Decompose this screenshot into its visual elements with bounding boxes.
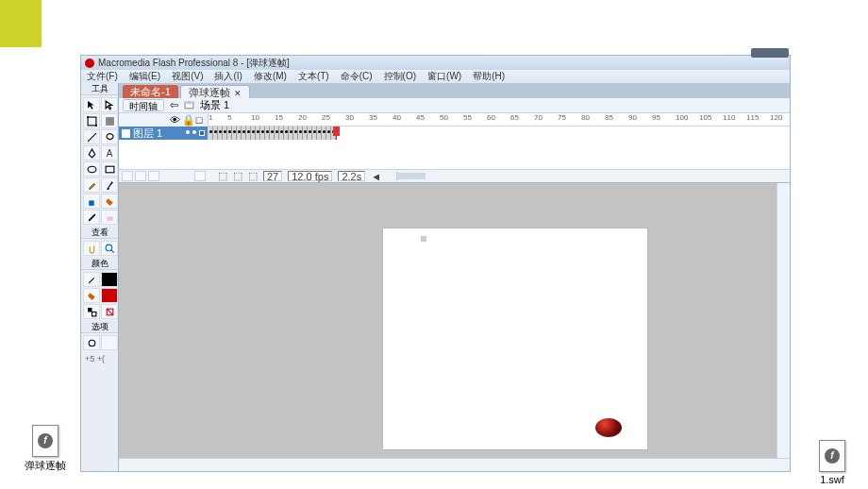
ruler-tick: 35 xyxy=(369,113,377,122)
ruler-tick: 110 xyxy=(723,113,735,122)
svg-rect-6 xyxy=(106,166,114,173)
tool-header-tools: 工具 xyxy=(81,83,118,95)
tool-header-color: 颜色 xyxy=(81,258,118,270)
ruler-tick: 120 xyxy=(770,113,782,122)
onion-outlines-icon[interactable]: ⬚ xyxy=(233,170,242,182)
scene-icon xyxy=(184,100,194,110)
tab-active-doc[interactable]: 弹球逐帧✕ xyxy=(180,85,250,98)
zoom-tool-icon[interactable] xyxy=(101,241,118,256)
oval-tool-icon[interactable] xyxy=(83,161,100,177)
menu-command[interactable]: 命令(C) xyxy=(341,70,373,83)
registration-marker xyxy=(421,236,426,242)
svg-line-4 xyxy=(88,133,96,142)
subselection-tool-icon[interactable] xyxy=(101,97,118,112)
layer-name: 图层 1 xyxy=(133,126,162,141)
layer-page-icon xyxy=(122,129,130,138)
snap-option-icon[interactable] xyxy=(83,335,100,350)
timeline-toggle-button[interactable]: 时间轴 xyxy=(123,99,164,111)
menu-help[interactable]: 帮助(H) xyxy=(473,70,505,83)
stroke-color-icon[interactable] xyxy=(83,272,100,287)
stage-canvas[interactable] xyxy=(383,228,647,449)
free-transform-tool-icon[interactable] xyxy=(83,113,100,128)
document-area: 未命名-1 弹球逐帧✕ 时间轴 ⇦ 场景 1 👁 🔒 □ xyxy=(119,83,790,471)
back-arrow-icon[interactable]: ⇦ xyxy=(170,99,178,111)
pencil-tool-icon[interactable] xyxy=(83,177,100,193)
ball-shape[interactable] xyxy=(595,418,622,437)
selection-tool-icon[interactable] xyxy=(83,97,100,112)
swf-file-icon: f xyxy=(819,440,845,472)
fill-swatch[interactable] xyxy=(101,288,118,303)
title-text: Macromedia Flash Professional 8 - [弹球逐帧] xyxy=(98,57,290,70)
ruler-tick: 50 xyxy=(440,113,448,122)
playhead[interactable] xyxy=(336,126,337,140)
onion-btn-icon[interactable]: ⬚ xyxy=(218,170,227,182)
add-folder-icon[interactable] xyxy=(148,171,159,181)
vertical-scrollbar[interactable] xyxy=(776,183,790,458)
ruler-tick: 60 xyxy=(487,113,495,122)
fps-field[interactable]: 12.0 fps xyxy=(288,171,332,181)
ruler-tick: 30 xyxy=(345,113,354,122)
stroke-swatch[interactable] xyxy=(101,272,118,287)
delete-layer-icon[interactable] xyxy=(194,171,206,181)
layer-row[interactable]: 图层 1 xyxy=(119,126,208,140)
svg-rect-18 xyxy=(185,102,193,104)
svg-point-1 xyxy=(87,116,89,118)
gradient-tool-icon[interactable] xyxy=(101,113,118,128)
bw-swap-icon[interactable] xyxy=(83,304,100,319)
line-tool-icon[interactable] xyxy=(83,129,100,144)
ruler-tick: 45 xyxy=(416,113,425,122)
titlebar[interactable]: Macromedia Flash Professional 8 - [弹球逐帧] xyxy=(81,56,790,70)
menu-view[interactable]: 视图(V) xyxy=(172,70,203,83)
ruler-tick: 20 xyxy=(298,113,307,122)
menu-window[interactable]: 窗口(W) xyxy=(427,70,461,83)
tool-header-option: 选项 xyxy=(81,321,118,333)
horizontal-scrollbar[interactable] xyxy=(119,458,790,471)
rect-tool-icon[interactable] xyxy=(101,161,118,177)
svg-line-8 xyxy=(89,214,95,221)
desktop-file-swf[interactable]: f 1.swf xyxy=(804,440,860,485)
lock-icon[interactable]: 🔒 xyxy=(182,114,192,126)
svg-rect-12 xyxy=(88,308,92,312)
menu-edit[interactable]: 编辑(E) xyxy=(129,70,160,83)
timeline-footer: ⬚ ⬚ ⬚ 27 12.0 fps 2.2s ◄ xyxy=(119,169,790,182)
close-icon[interactable]: ✕ xyxy=(234,89,242,98)
outline-icon[interactable]: □ xyxy=(194,114,204,126)
noswap-icon[interactable] xyxy=(101,304,118,319)
eyedropper-tool-icon[interactable] xyxy=(83,210,100,225)
elapsed-time-field: 2.2s xyxy=(338,171,365,181)
menu-insert[interactable]: 插入(I) xyxy=(214,70,242,83)
smooth-option-icon[interactable] xyxy=(101,335,118,350)
add-layer-icon[interactable] xyxy=(122,171,133,181)
empty-frames[interactable] xyxy=(336,126,790,140)
stage-viewport[interactable] xyxy=(119,183,790,458)
tab-untitled[interactable]: 未命名-1 xyxy=(123,85,178,98)
hand-tool-icon[interactable] xyxy=(83,241,100,256)
lasso-tool-icon[interactable] xyxy=(101,129,118,144)
timeline-scrollbar[interactable] xyxy=(396,172,398,180)
add-motion-guide-icon[interactable] xyxy=(135,171,146,181)
scene-label[interactable]: 场景 1 xyxy=(200,98,229,112)
edit-multi-icon[interactable]: ⬚ xyxy=(248,170,258,182)
text-tool-icon[interactable]: A xyxy=(101,145,118,160)
paintbucket-tool-icon[interactable] xyxy=(101,194,118,209)
menu-modify[interactable]: 修改(M) xyxy=(254,70,287,83)
pen-tool-icon[interactable] xyxy=(83,145,100,160)
current-frame-field[interactable]: 27 xyxy=(263,171,282,181)
svg-line-15 xyxy=(107,309,113,315)
desktop-file-fla[interactable]: f 弹球逐帧 xyxy=(17,425,74,473)
ruler-tick: 65 xyxy=(510,113,519,122)
eye-icon[interactable]: 👁 xyxy=(170,114,179,126)
eraser-tool-icon[interactable] xyxy=(101,210,118,225)
brush-tool-icon[interactable] xyxy=(101,177,118,193)
ruler-tick: 40 xyxy=(392,113,401,122)
fill-color-icon[interactable] xyxy=(83,288,100,303)
window-control-strip[interactable] xyxy=(751,48,789,58)
menu-file[interactable]: 文件(F) xyxy=(87,70,118,83)
inkbottle-tool-icon[interactable] xyxy=(83,194,100,209)
ruler-tick: 95 xyxy=(652,113,660,122)
menu-control[interactable]: 控制(O) xyxy=(384,70,416,83)
frame-ruler[interactable]: 1510152025303540455055606570758085909510… xyxy=(209,113,790,126)
menu-text[interactable]: 文本(T) xyxy=(298,70,329,83)
timeline-menu-icon[interactable]: ◄ xyxy=(371,171,381,182)
frame-strip[interactable] xyxy=(209,126,790,140)
